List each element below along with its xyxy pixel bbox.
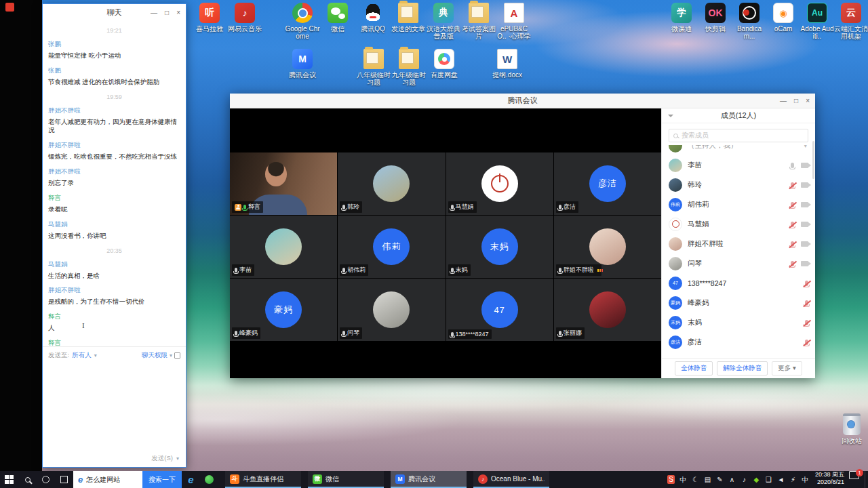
chat-sender-name[interactable]: 释言 [48,312,180,321]
minimize-button[interactable]: — [780,97,787,104]
video-tile[interactable]: 李苗 [230,216,337,278]
microphone-muted-icon[interactable] [805,320,808,325]
video-tile[interactable]: 闫琴 [338,279,445,341]
member-row[interactable]: 豪妈 峰豪妈 [662,293,815,312]
tray-icon[interactable]: 中 [679,475,687,484]
camera-off-icon[interactable] [801,261,808,266]
tray-icon[interactable]: S [667,475,675,484]
microphone-muted-icon[interactable] [805,300,808,306]
chat-message-list[interactable]: 19:21 张鹏 能量守恒定律 吃小于运动 张鹏 节食很难减 进化的在饥饿时会保… [43,20,186,346]
desktop-icon-image[interactable] [469,3,489,23]
show-desktop-button[interactable] [865,471,868,488]
chat-sender-name[interactable]: 马慧娟 [48,220,180,229]
desktop-icon[interactable]: ◉ oCam [766,3,800,40]
close-button[interactable]: × [806,97,810,104]
desktop-icon[interactable]: M 腾讯会议 [285,49,320,79]
chat-sender-name[interactable]: 释言 [48,339,180,346]
taskbar-app-button[interactable]: ♪ Ocean Blue - Mu... [473,471,549,488]
desktop-icon-image[interactable]: ◉ [773,3,793,23]
chat-permission-dropdown[interactable]: 聊天权限 [142,351,167,360]
taskbar-app-button[interactable]: 斗 斗鱼直播伴侣 [225,471,301,488]
chevron-down-icon[interactable]: ▾ [176,455,179,462]
desktop-icon-image[interactable]: OK [705,3,726,23]
tray-icon[interactable]: ◄ [777,475,785,484]
desktop-icon[interactable]: 微信 [320,3,355,40]
taskbar-app-button[interactable]: 微 微信 [308,471,384,488]
member-search-input[interactable]: 搜索成员 [669,129,808,142]
desktop-icon[interactable]: 八年级临时习题 [356,49,391,86]
member-row[interactable]: 胖姐不胖啦 [662,234,815,253]
desktop-icon-image[interactable]: 学 [671,3,692,23]
desktop-icon[interactable]: 听 喜马拉雅 [192,3,227,33]
desktop-icon[interactable]: ♪ 网易云音乐 [227,3,262,33]
microphone-muted-icon[interactable] [791,182,794,188]
desktop-icon[interactable]: W 提纲.docx [490,49,525,79]
popout-icon[interactable] [174,352,180,359]
desktop-icon[interactable]: OK 快剪辑 [698,3,732,40]
cortana-button[interactable] [37,471,55,488]
camera-off-icon[interactable] [801,163,808,168]
video-tile[interactable]: 伟莉 胡伟莉 [338,216,445,278]
desktop-icon-image[interactable]: ♪ [235,3,255,23]
desktop-icon-image[interactable]: Au [807,3,827,23]
member-row[interactable]: 马慧娟 [662,214,815,234]
tray-icon[interactable]: 中 [802,475,809,484]
desktop-icon-image[interactable] [328,3,348,23]
recycle-bin[interactable]: 回收站 [833,413,868,445]
video-tile[interactable]: 释言 [230,152,337,215]
microphone-muted-icon[interactable] [791,241,794,247]
web-search-query[interactable]: 怎么建网站 [86,475,120,485]
member-row[interactable]: 彦洁 彦洁 [662,332,815,352]
maximize-button[interactable]: □ [165,9,169,16]
desktop-icon-image[interactable] [434,49,454,69]
desktop-icon[interactable]: 腾讯QQ [355,3,391,40]
desktop-icon[interactable]: 发送的文章 [391,3,426,40]
meeting-titlebar[interactable]: 腾讯会议 — □ × [230,94,815,108]
tray-icon[interactable]: ☾ [692,475,699,484]
chat-sender-name[interactable]: 张鹏 [48,40,180,49]
taskbar-app-button[interactable]: M 腾讯会议 [391,471,467,488]
send-to-dropdown[interactable]: 所有人 [72,351,92,360]
chat-input-area[interactable] [43,364,186,449]
tray-icon[interactable]: ◆ [753,475,760,484]
start-button[interactable] [0,471,18,488]
desktop-icon-image[interactable]: 云 [841,3,861,23]
member-row-host-partial[interactable]: （主持人，我） ▾ [662,145,815,155]
browser-360-button[interactable] [200,471,218,488]
desktop-icon[interactable]: 百度网盘 [427,49,462,86]
collapse-panel-icon[interactable] [668,115,673,117]
microphone-muted-icon[interactable] [791,261,794,266]
video-tile[interactable]: 47 138****8247 [446,279,553,341]
task-view-button[interactable] [55,471,73,488]
web-search-go-button[interactable]: 搜索一下 [142,471,182,488]
member-list[interactable]: 李苗 韩玲 [662,155,815,358]
close-button[interactable]: × [176,9,180,16]
maximize-button[interactable]: □ [794,97,798,104]
tray-icon[interactable]: ∧ [728,475,736,484]
video-tile[interactable]: 韩玲 [338,152,445,215]
taskbar-web-search-box[interactable]: e 怎么建网站 [73,471,142,488]
tray-icon[interactable]: ❑ [765,475,772,484]
edge-taskbar-button[interactable]: e [182,471,200,488]
desktop-icon[interactable]: 云 云端汇文消 用机架 [834,3,868,40]
video-tile[interactable]: 胖姐不胖啦 [554,216,661,278]
send-button[interactable]: 发送(S) [151,454,173,463]
member-row[interactable]: 李苗 [662,155,815,175]
member-row[interactable]: 47 138****8247 [662,273,815,293]
member-row[interactable]: 伟莉 胡伟莉 [662,195,815,214]
camera-off-icon[interactable] [801,222,808,227]
desktop-icon[interactable]: A ePUB&CO.. ·心理学 [496,3,532,40]
chat-sender-name[interactable]: 胖姐不胖啦 [48,106,180,115]
desktop-icon[interactable]: 典 汉语大辞典普及版 [426,3,461,40]
desktop-icon-image[interactable] [398,3,418,23]
desktop-icon[interactable]: Google Chrome [285,3,320,40]
chat-sender-name[interactable]: 胖姐不胖啦 [48,167,180,176]
tray-icon[interactable]: ✎ [716,475,724,484]
video-tile[interactable]: 张丽娜 [554,279,661,341]
microphone-muted-icon[interactable] [791,202,794,207]
desktop-icon-image[interactable]: A [504,3,524,23]
desktop-icon[interactable]: Bandicam... [732,3,766,40]
chat-sender-name[interactable]: 胖姐不胖啦 [48,286,180,295]
desktop-icon-image[interactable] [399,49,419,69]
camera-off-icon[interactable] [801,241,808,247]
